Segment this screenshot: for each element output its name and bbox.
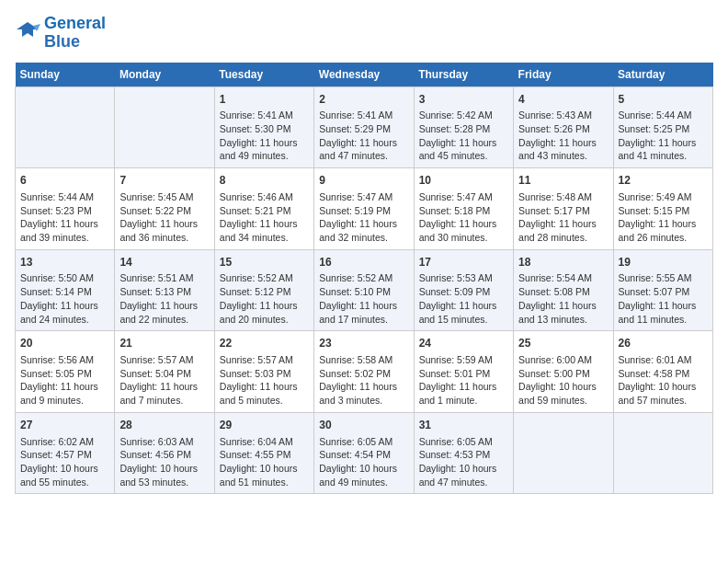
calendar-cell: 24Sunrise: 5:59 AM Sunset: 5:01 PM Dayli… [414,331,513,413]
calendar-week-row: 6Sunrise: 5:44 AM Sunset: 5:23 PM Daylig… [16,168,713,250]
day-number: 17 [419,255,508,270]
day-number: 27 [20,418,109,433]
day-number: 8 [220,173,309,189]
col-header-tuesday: Tuesday [214,63,313,87]
calendar-week-row: 1Sunrise: 5:41 AM Sunset: 5:30 PM Daylig… [16,86,713,168]
calendar-cell: 4Sunrise: 5:43 AM Sunset: 5:26 PM Daylig… [514,86,613,168]
day-info: Sunrise: 5:54 AM Sunset: 5:08 PM Dayligh… [518,271,608,326]
day-info: Sunrise: 5:43 AM Sunset: 5:26 PM Dayligh… [518,109,608,163]
calendar-cell: 29Sunrise: 6:04 AM Sunset: 4:55 PM Dayli… [214,412,313,494]
day-number: 14 [119,255,209,270]
calendar-cell: 5Sunrise: 5:44 AM Sunset: 5:25 PM Daylig… [613,86,712,168]
calendar-cell: 10Sunrise: 5:47 AM Sunset: 5:18 PM Dayli… [414,168,513,250]
day-number: 30 [319,418,408,433]
day-number: 22 [220,336,309,351]
day-number: 1 [220,92,309,108]
calendar-header-row: SundayMondayTuesdayWednesdayThursdayFrid… [16,63,713,87]
col-header-thursday: Thursday [414,63,513,87]
calendar-cell: 21Sunrise: 5:57 AM Sunset: 5:04 PM Dayli… [115,331,214,413]
day-info: Sunrise: 6:05 AM Sunset: 4:54 PM Dayligh… [319,435,408,489]
calendar-cell: 18Sunrise: 5:54 AM Sunset: 5:08 PM Dayli… [514,249,613,331]
calendar-cell: 11Sunrise: 5:48 AM Sunset: 5:17 PM Dayli… [514,168,613,250]
day-info: Sunrise: 5:44 AM Sunset: 5:23 PM Dayligh… [20,190,109,245]
calendar-cell: 17Sunrise: 5:53 AM Sunset: 5:09 PM Dayli… [414,249,513,331]
logo-text: General Blue [44,15,106,52]
calendar-cell [115,86,214,168]
calendar-week-row: 20Sunrise: 5:56 AM Sunset: 5:05 PM Dayli… [16,331,713,413]
day-number: 26 [619,336,708,351]
day-info: Sunrise: 5:44 AM Sunset: 5:25 PM Dayligh… [619,109,708,163]
col-header-friday: Friday [514,63,613,87]
logo-icon [15,20,40,46]
day-info: Sunrise: 5:46 AM Sunset: 5:21 PM Dayligh… [220,190,309,245]
calendar-cell: 30Sunrise: 6:05 AM Sunset: 4:54 PM Dayli… [314,412,414,494]
calendar-cell: 31Sunrise: 6:05 AM Sunset: 4:53 PM Dayli… [414,412,513,494]
day-number: 19 [619,255,708,270]
calendar-cell: 14Sunrise: 5:51 AM Sunset: 5:13 PM Dayli… [115,249,214,331]
day-info: Sunrise: 5:41 AM Sunset: 5:30 PM Dayligh… [220,109,309,163]
calendar-cell: 20Sunrise: 5:56 AM Sunset: 5:05 PM Dayli… [16,331,115,413]
day-info: Sunrise: 5:41 AM Sunset: 5:29 PM Dayligh… [319,109,408,163]
day-number: 6 [20,173,109,189]
day-number: 21 [119,336,209,351]
day-info: Sunrise: 5:48 AM Sunset: 5:17 PM Dayligh… [518,190,608,245]
day-number: 24 [419,336,508,351]
calendar-cell: 3Sunrise: 5:42 AM Sunset: 5:28 PM Daylig… [414,86,513,168]
calendar-cell [613,412,712,494]
calendar-table: SundayMondayTuesdayWednesdayThursdayFrid… [15,63,713,495]
day-number: 10 [419,173,508,189]
day-number: 31 [419,418,508,433]
day-info: Sunrise: 6:01 AM Sunset: 4:58 PM Dayligh… [619,353,708,408]
day-info: Sunrise: 5:57 AM Sunset: 5:04 PM Dayligh… [119,353,209,408]
calendar-cell: 6Sunrise: 5:44 AM Sunset: 5:23 PM Daylig… [16,168,115,250]
calendar-cell: 22Sunrise: 5:57 AM Sunset: 5:03 PM Dayli… [214,331,313,413]
calendar-week-row: 27Sunrise: 6:02 AM Sunset: 4:57 PM Dayli… [16,412,713,494]
day-number: 16 [319,255,408,270]
day-info: Sunrise: 5:47 AM Sunset: 5:18 PM Dayligh… [419,190,508,245]
day-info: Sunrise: 5:50 AM Sunset: 5:14 PM Dayligh… [20,271,109,326]
day-number: 29 [220,418,309,433]
day-info: Sunrise: 5:47 AM Sunset: 5:19 PM Dayligh… [319,190,408,245]
day-number: 4 [518,92,608,108]
calendar-week-row: 13Sunrise: 5:50 AM Sunset: 5:14 PM Dayli… [16,249,713,331]
calendar-cell [16,86,115,168]
svg-marker-0 [17,22,39,37]
day-number: 12 [619,173,708,189]
day-info: Sunrise: 5:42 AM Sunset: 5:28 PM Dayligh… [419,109,508,163]
day-number: 9 [319,173,408,189]
day-number: 3 [419,92,508,108]
day-number: 11 [518,173,608,189]
calendar-cell: 9Sunrise: 5:47 AM Sunset: 5:19 PM Daylig… [314,168,414,250]
calendar-cell: 28Sunrise: 6:03 AM Sunset: 4:56 PM Dayli… [115,412,214,494]
day-info: Sunrise: 5:52 AM Sunset: 5:12 PM Dayligh… [220,271,309,326]
calendar-cell: 26Sunrise: 6:01 AM Sunset: 4:58 PM Dayli… [613,331,712,413]
day-number: 5 [619,92,708,108]
calendar-cell: 27Sunrise: 6:02 AM Sunset: 4:57 PM Dayli… [16,412,115,494]
page-header: General Blue [15,15,713,52]
calendar-cell: 8Sunrise: 5:46 AM Sunset: 5:21 PM Daylig… [214,168,313,250]
col-header-sunday: Sunday [16,63,115,87]
day-info: Sunrise: 5:53 AM Sunset: 5:09 PM Dayligh… [419,271,508,326]
day-number: 23 [319,336,408,351]
col-header-monday: Monday [115,63,214,87]
calendar-cell: 16Sunrise: 5:52 AM Sunset: 5:10 PM Dayli… [314,249,414,331]
calendar-cell: 1Sunrise: 5:41 AM Sunset: 5:30 PM Daylig… [214,86,313,168]
day-info: Sunrise: 6:00 AM Sunset: 5:00 PM Dayligh… [518,353,608,408]
col-header-wednesday: Wednesday [314,63,414,87]
calendar-cell [514,412,613,494]
day-info: Sunrise: 6:05 AM Sunset: 4:53 PM Dayligh… [419,435,508,489]
day-info: Sunrise: 5:52 AM Sunset: 5:10 PM Dayligh… [319,271,408,326]
day-info: Sunrise: 6:03 AM Sunset: 4:56 PM Dayligh… [119,435,209,489]
calendar-cell: 2Sunrise: 5:41 AM Sunset: 5:29 PM Daylig… [314,86,414,168]
day-number: 7 [119,173,209,189]
calendar-cell: 23Sunrise: 5:58 AM Sunset: 5:02 PM Dayli… [314,331,414,413]
day-info: Sunrise: 5:55 AM Sunset: 5:07 PM Dayligh… [619,271,708,326]
day-info: Sunrise: 5:56 AM Sunset: 5:05 PM Dayligh… [20,353,109,408]
day-number: 20 [20,336,109,351]
day-info: Sunrise: 5:58 AM Sunset: 5:02 PM Dayligh… [319,353,408,408]
day-info: Sunrise: 5:59 AM Sunset: 5:01 PM Dayligh… [419,353,508,408]
calendar-cell: 7Sunrise: 5:45 AM Sunset: 5:22 PM Daylig… [115,168,214,250]
day-number: 2 [319,92,408,108]
day-info: Sunrise: 5:57 AM Sunset: 5:03 PM Dayligh… [220,353,309,408]
day-number: 13 [20,255,109,270]
